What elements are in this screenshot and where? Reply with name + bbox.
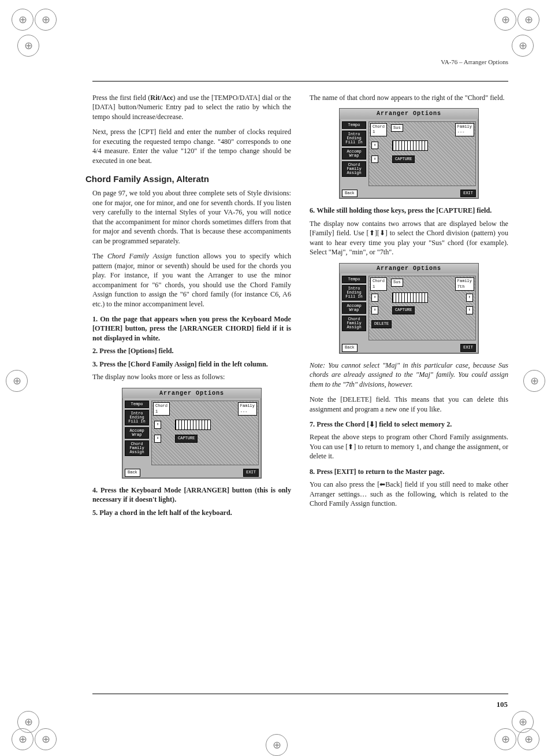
reg-mark: ⊕ xyxy=(518,728,539,750)
reg-mark: ⊕ xyxy=(266,734,288,756)
lcd-side-btn: Chord Family Assign xyxy=(342,161,366,177)
lcd-side-btn: Tempo xyxy=(342,121,366,129)
lcd-back-btn: Back xyxy=(342,190,358,197)
body-text: Repeat the above steps to program other … xyxy=(310,432,508,461)
body-text: The Chord Family Assign function allows … xyxy=(92,251,291,309)
lcd-family-field: Family--- xyxy=(238,402,257,416)
lcd-exit-btn: EXIT xyxy=(460,190,476,197)
reg-mark: ⊕ xyxy=(17,35,39,57)
reg-mark: ⊕ xyxy=(523,370,545,392)
reg-mark: ⊕ xyxy=(35,9,57,31)
lcd-chord-field: Chord1 xyxy=(370,123,387,136)
lcd-screenshot-1: Arranger Options Tempo Intro Ending Fill… xyxy=(122,388,262,479)
step-1: 1. On the page that appears when you pre… xyxy=(92,314,291,343)
page-content: VA-76 – Arranger Options Press the first… xyxy=(92,58,508,521)
note-text: Note: You cannot select "Maj" in this pa… xyxy=(310,361,508,389)
page-header: VA-76 – Arranger Options xyxy=(92,58,508,66)
lcd-side-btn: Intro Ending Fill In xyxy=(342,285,366,301)
body-text: Note the [DELETE] field. This means that… xyxy=(310,395,508,414)
footer-rule xyxy=(92,694,508,694)
lcd-capture-btn: CAPTURE xyxy=(392,306,415,314)
lcd-side-btn: Chord Family Assign xyxy=(125,440,149,456)
lcd-family-field: Family7th xyxy=(455,277,474,291)
reg-mark: ⊕ xyxy=(6,370,28,392)
body-text: Next, press the [CPT] field and enter th… xyxy=(92,127,291,165)
step-5: 5. Play a chord in the left half of the … xyxy=(92,508,291,517)
lcd-side-btn: Accomp Wrap xyxy=(342,302,366,314)
lcd-delete-btn: DELETE xyxy=(371,320,392,328)
step-8: 8. Press [EXIT] to return to the Master … xyxy=(310,467,508,476)
body-text: On page 97, we told you about three comp… xyxy=(92,188,291,246)
lcd-screenshot-2: Arranger Options Tempo Intro Ending Fill… xyxy=(339,108,479,199)
step-6: 6. While still holding those keys, press… xyxy=(310,206,508,215)
page-number: 105 xyxy=(497,699,508,710)
reg-mark: ⊕ xyxy=(518,9,539,31)
lcd-side-btn: Accomp Wrap xyxy=(342,148,366,160)
lcd-back-btn: Back xyxy=(342,344,358,351)
lcd-arrow-down: ⬇ xyxy=(154,435,161,442)
right-column: The name of that chord now appears to th… xyxy=(310,93,508,521)
lcd-exit-btn: EXIT xyxy=(460,344,476,351)
reg-mark: ⊕ xyxy=(12,9,33,31)
lcd-side-btn: Chord Family Assign xyxy=(342,316,366,331)
step-2: 2. Press the [Options] field. xyxy=(92,346,291,355)
lcd-arrow-down: ⬇ xyxy=(371,306,378,314)
lcd-back-btn: Back xyxy=(125,469,140,476)
left-column: Press the first field (Rit/Acc) and use … xyxy=(92,93,291,521)
lcd-side-btn: Intro Ending Fill In xyxy=(342,131,366,146)
lcd-side-btn: Tempo xyxy=(342,276,366,283)
step-4: 4. Press the Keyboard Mode [ARRANGER] bu… xyxy=(92,486,291,505)
lcd-arrow-down: ⬇ xyxy=(371,155,378,163)
section-heading: Chord Family Assign, Alteratn xyxy=(85,173,291,185)
lcd-family-arrow-down: ⬇ xyxy=(466,306,473,314)
lcd-keyboard-icon xyxy=(392,140,428,151)
lcd-side-btn: Accomp Wrap xyxy=(125,427,149,439)
lcd-chord-field: Chord1 xyxy=(153,402,170,416)
lcd-arrow-up: ⬆ xyxy=(371,294,378,301)
lcd-arrow-up: ⬆ xyxy=(154,421,161,428)
body-text: The display now looks more or less as fo… xyxy=(92,372,291,381)
body-text: Press the first field (Rit/Acc) and use … xyxy=(92,93,291,121)
reg-mark: ⊕ xyxy=(35,728,57,750)
lcd-capture-btn: CAPTURE xyxy=(392,155,415,163)
lcd-keyboard-icon xyxy=(392,292,428,303)
lcd-sus-label: Sus xyxy=(391,124,403,132)
lcd-screenshot-3: Arranger Options Tempo Intro Ending Fill… xyxy=(339,263,479,354)
lcd-title: Arranger Options xyxy=(122,388,261,399)
step-7: 7. Press the Chord [⬇] field to select m… xyxy=(310,420,508,429)
lcd-exit-btn: EXIT xyxy=(243,469,259,476)
reg-mark: ⊕ xyxy=(494,9,516,31)
lcd-keyboard-icon xyxy=(175,420,211,430)
lcd-family-arrow-up: ⬆ xyxy=(466,294,473,301)
lcd-family-field: Family--- xyxy=(455,123,474,136)
header-rule xyxy=(92,81,508,81)
reg-mark: ⊕ xyxy=(12,728,33,750)
step-3: 3. Press the [Chord Family Assign] field… xyxy=(92,360,291,369)
reg-mark: ⊕ xyxy=(512,35,534,57)
lcd-side-btn: Tempo xyxy=(125,401,149,408)
lcd-title: Arranger Options xyxy=(340,109,478,119)
lcd-arrow-up: ⬆ xyxy=(371,142,378,149)
reg-mark: ⊕ xyxy=(494,728,516,750)
lcd-capture-btn: CAPTURE xyxy=(175,435,198,442)
lcd-chord-field: Chord1 xyxy=(370,277,387,291)
lcd-side-btn: Intro Ending Fill In xyxy=(125,410,149,425)
body-text: The name of that chord now appears to th… xyxy=(310,93,508,102)
body-text: The display now contains two arrows that… xyxy=(310,219,508,257)
lcd-title: Arranger Options xyxy=(340,264,478,274)
lcd-sus-label: Sus xyxy=(391,279,403,286)
body-text: You can also press the [⬅Back] field if … xyxy=(310,480,508,508)
